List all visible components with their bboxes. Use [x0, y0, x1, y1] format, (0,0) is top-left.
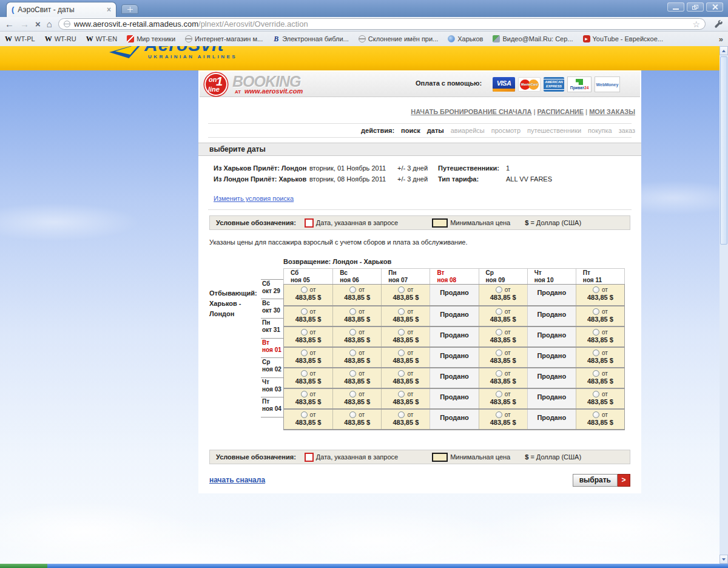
forward-icon[interactable]: →: [20, 19, 29, 29]
fare-cell[interactable]: от483,85 $: [284, 306, 332, 326]
fare-radio[interactable]: [398, 329, 405, 336]
fare-cell[interactable]: от483,85 $: [332, 306, 381, 326]
fare-cell[interactable]: от483,85 $: [284, 389, 332, 408]
page-scrollbar[interactable]: [720, 46, 728, 564]
fare-cell[interactable]: от483,85 $: [381, 368, 430, 388]
breadcrumb-step[interactable]: поиск: [401, 127, 420, 134]
scroll-down-button[interactable]: [720, 555, 728, 564]
fare-radio[interactable]: [349, 308, 356, 315]
bookmark-item[interactable]: WWT-EN: [86, 35, 117, 42]
fare-radio[interactable]: [301, 286, 308, 293]
fare-cell[interactable]: от483,85 $: [381, 389, 430, 408]
fare-cell[interactable]: от483,85 $: [479, 389, 527, 408]
bookmark-item[interactable]: BЭлектронная библи...: [272, 35, 349, 42]
bookmark-star-icon[interactable]: ☆: [692, 20, 700, 29]
restart-link[interactable]: начать сначала: [209, 476, 265, 484]
fare-cell[interactable]: от483,85 $: [479, 348, 527, 367]
fare-radio[interactable]: [496, 286, 502, 293]
fare-radio[interactable]: [301, 391, 308, 397]
fare-cell[interactable]: от483,85 $: [332, 285, 381, 305]
fare-cell[interactable]: от483,85 $: [381, 285, 430, 305]
fare-cell[interactable]: от483,85 $: [284, 285, 332, 305]
fare-cell[interactable]: от483,85 $: [381, 410, 430, 429]
fare-radio[interactable]: [349, 370, 356, 377]
bookmark-item[interactable]: Мир техники: [127, 35, 175, 42]
fare-cell[interactable]: от483,85 $: [576, 410, 624, 429]
fare-cell[interactable]: от483,85 $: [284, 368, 332, 388]
fare-cell[interactable]: от483,85 $: [284, 327, 332, 347]
fare-cell[interactable]: от483,85 $: [284, 410, 332, 429]
fare-radio[interactable]: [496, 329, 502, 336]
fare-radio[interactable]: [593, 391, 599, 397]
fare-radio[interactable]: [496, 411, 502, 418]
fare-radio[interactable]: [349, 391, 356, 397]
bookmark-item[interactable]: WWT-RU: [45, 35, 76, 42]
fare-cell[interactable]: от483,85 $: [479, 410, 527, 429]
fare-radio[interactable]: [398, 350, 405, 356]
fare-cell[interactable]: от483,85 $: [479, 285, 527, 305]
fare-radio[interactable]: [301, 370, 308, 377]
bookmark-item[interactable]: Харьков: [448, 35, 483, 42]
fare-cell[interactable]: от483,85 $: [576, 389, 624, 408]
home-icon[interactable]: ⌂: [47, 19, 52, 29]
fare-radio[interactable]: [593, 286, 599, 293]
stop-icon[interactable]: ×: [35, 19, 41, 29]
fare-cell[interactable]: от483,85 $: [332, 368, 381, 388]
bookmark-item[interactable]: Видео@Mail.Ru: Сер...: [493, 35, 573, 42]
fare-cell[interactable]: от483,85 $: [381, 348, 430, 367]
select-arrow-icon[interactable]: >: [618, 474, 630, 487]
fare-radio[interactable]: [593, 329, 599, 336]
fare-cell[interactable]: от483,85 $: [479, 368, 527, 388]
nav-link[interactable]: НАЧАТЬ БРОНИРОВАНИЕ СНАЧАЛА: [411, 108, 531, 115]
fare-cell[interactable]: от483,85 $: [576, 348, 624, 367]
scrollbar-thumb[interactable]: [720, 56, 727, 245]
fare-radio[interactable]: [301, 329, 308, 336]
fare-radio[interactable]: [398, 308, 405, 315]
fare-radio[interactable]: [301, 308, 308, 315]
fare-radio[interactable]: [593, 350, 599, 356]
fare-cell[interactable]: от483,85 $: [576, 327, 624, 347]
fare-cell[interactable]: от483,85 $: [479, 306, 527, 326]
nav-link[interactable]: РАСПИСАНИЕ: [537, 108, 584, 115]
fare-cell[interactable]: от483,85 $: [381, 327, 430, 347]
fare-cell[interactable]: от483,85 $: [576, 368, 624, 388]
fare-radio[interactable]: [496, 370, 502, 377]
fare-radio[interactable]: [398, 286, 405, 293]
fare-radio[interactable]: [496, 308, 502, 315]
wrench-menu-icon[interactable]: [714, 19, 723, 29]
bookmarks-overflow-icon[interactable]: »: [719, 35, 723, 44]
fare-radio[interactable]: [398, 370, 405, 377]
fare-radio[interactable]: [398, 391, 405, 397]
fare-radio[interactable]: [349, 286, 356, 293]
fare-cell[interactable]: от483,85 $: [332, 348, 381, 367]
fare-radio[interactable]: [349, 350, 356, 356]
tab-close-icon[interactable]: ×: [107, 6, 111, 13]
fare-cell[interactable]: от483,85 $: [332, 410, 381, 429]
fare-cell[interactable]: от483,85 $: [332, 389, 381, 408]
scroll-up-button[interactable]: [720, 46, 728, 55]
fare-radio[interactable]: [398, 411, 405, 418]
fare-cell[interactable]: от483,85 $: [332, 327, 381, 347]
restore-button[interactable]: [687, 2, 704, 12]
fare-radio[interactable]: [301, 411, 308, 418]
fare-radio[interactable]: [496, 391, 502, 397]
fare-radio[interactable]: [593, 370, 599, 377]
fare-cell[interactable]: от483,85 $: [479, 327, 527, 347]
bookmark-item[interactable]: Интернет-магазин м...: [185, 35, 263, 42]
close-button[interactable]: [706, 2, 723, 12]
fare-radio[interactable]: [593, 411, 599, 418]
breadcrumb-step[interactable]: даты: [427, 127, 444, 134]
nav-link[interactable]: МОИ ЗАКАЗЫ: [589, 108, 635, 115]
fare-radio[interactable]: [593, 308, 599, 315]
fare-radio[interactable]: [349, 329, 356, 336]
fare-radio[interactable]: [349, 411, 356, 418]
fare-cell[interactable]: от483,85 $: [576, 285, 624, 305]
modify-search-link[interactable]: Изменить условия поиска: [214, 195, 294, 202]
select-button[interactable]: выбрать: [573, 474, 618, 487]
minimize-button[interactable]: [667, 2, 684, 12]
fare-radio[interactable]: [496, 350, 502, 356]
fare-cell[interactable]: от483,85 $: [381, 306, 430, 326]
back-icon[interactable]: ←: [5, 19, 14, 29]
bookmark-item[interactable]: Склонение имён при...: [359, 35, 438, 42]
new-tab-button[interactable]: [121, 4, 138, 14]
